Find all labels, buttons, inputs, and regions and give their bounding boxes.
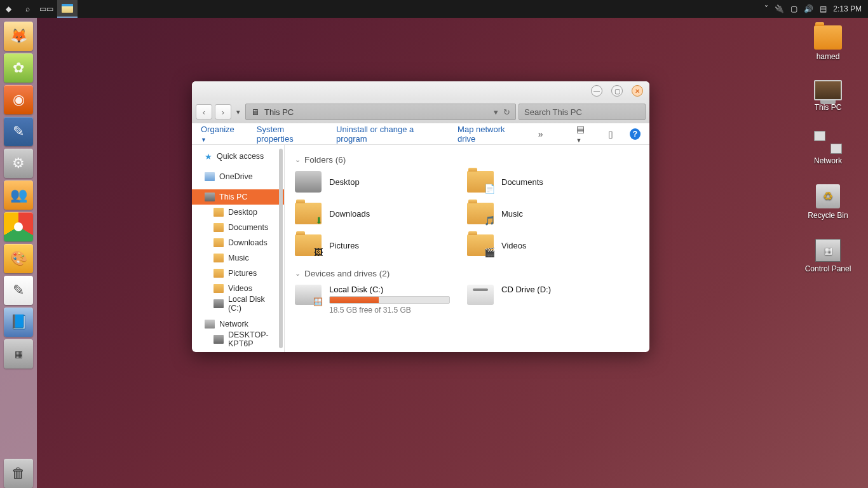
view-options-icon[interactable]: ▤ ▼ — [576, 124, 592, 144]
cmd-system-properties[interactable]: System properties — [257, 125, 320, 144]
launcher-office[interactable]: 📘 — [4, 308, 33, 337]
battery-icon[interactable]: ▢ — [790, 4, 797, 13]
maximize-button[interactable]: ▢ — [611, 85, 623, 97]
nav-local-disk[interactable]: Local Disk (C:) — [192, 296, 284, 311]
drive-d-label: CD Drive (D:) — [501, 285, 551, 294]
chevron-down-icon: ⌄ — [295, 156, 301, 164]
cmd-uninstall[interactable]: Uninstall or change a program — [336, 125, 441, 144]
nav-network[interactable]: Network — [192, 316, 284, 332]
cmd-map-drive[interactable]: Map network drive — [458, 125, 522, 144]
address-text: This PC — [264, 107, 294, 117]
overflow-icon[interactable]: » — [538, 129, 543, 139]
drives-group-header[interactable]: ⌄ Devices and drives (2) — [295, 269, 639, 278]
explorer-titlebar[interactable]: — ▢ ✕ — [192, 81, 649, 100]
nav-videos[interactable]: Videos — [192, 281, 284, 296]
minimize-button[interactable]: — — [591, 85, 602, 97]
desktop-cpanel-label: Control Panel — [805, 264, 851, 273]
folder-pictures[interactable]: 🖼Pictures — [295, 234, 467, 256]
notifications-icon[interactable]: ▤ — [820, 4, 827, 13]
address-field[interactable]: 🖥 This PC ▾ ↻ — [245, 104, 516, 120]
desktop-recycle-label: Recycle Bin — [808, 211, 848, 220]
star-icon: ★ — [205, 152, 212, 161]
search-field[interactable]: Search This PC — [519, 104, 646, 120]
pc-nav-icon — [205, 193, 215, 201]
chevron-down-icon: ⌄ — [295, 269, 301, 278]
launcher-chrome[interactable] — [4, 212, 33, 241]
desktop-recycle-bin[interactable]: ♻ Recycle Bin — [799, 184, 857, 220]
desktop-folder-icon — [295, 171, 322, 193]
launcher-palette[interactable]: 🎨 — [4, 244, 33, 273]
preview-pane-icon[interactable]: ▯ — [608, 129, 613, 139]
launcher-ubuntu[interactable]: ◉ — [4, 85, 33, 114]
help-icon[interactable]: ? — [630, 128, 641, 140]
close-button[interactable]: ✕ — [632, 85, 643, 97]
refresh-icon[interactable]: ↻ — [503, 107, 510, 117]
desktop-control-panel[interactable]: ▦ Control Panel — [799, 239, 857, 273]
nav-downloads[interactable]: Downloads — [192, 235, 284, 250]
launcher-contacts[interactable]: 👥 — [4, 180, 33, 210]
nav-pictures[interactable]: Pictures — [192, 266, 284, 281]
folder-icon — [214, 223, 224, 232]
launcher-firefox[interactable]: 🦊 — [4, 22, 33, 51]
start-icon[interactable]: ◆ — [0, 1, 17, 17]
recent-dropdown-icon[interactable]: ▾ — [234, 108, 243, 116]
launcher-app-green[interactable]: ✿ — [4, 53, 33, 83]
taskbar-explorer[interactable] — [57, 0, 78, 18]
hdd-icon: 🪟 — [295, 285, 322, 305]
folder-desktop[interactable]: Desktop — [295, 171, 467, 193]
power-icon[interactable]: 🔌 — [775, 4, 784, 13]
volume-icon[interactable]: 🔊 — [804, 4, 813, 13]
search-icon[interactable]: ⌕ — [19, 1, 36, 17]
launcher-trash[interactable]: 🗑 — [4, 459, 33, 488]
folder-music[interactable]: 🎵Music — [467, 203, 639, 224]
nav-music[interactable]: Music — [192, 250, 284, 266]
launcher: 🦊 ✿ ◉ ✎ ⚙ 👥 🎨 ✎ 📘 ▦ 🗑 — [0, 18, 37, 488]
desktop-network-label: Network — [814, 156, 842, 165]
desktop-network[interactable]: Network — [799, 131, 857, 165]
back-button[interactable]: ‹ — [196, 104, 212, 119]
nav-this-pc[interactable]: This PC — [192, 189, 284, 205]
desktop-home-folder[interactable]: hamed — [799, 25, 857, 61]
network-nav-icon — [205, 320, 215, 329]
folder-documents[interactable]: 📄Documents — [467, 171, 639, 193]
explorer-window: — ▢ ✕ ‹ › ▾ 🖥 This PC ▾ ↻ Search This PC… — [192, 81, 649, 352]
nav-desktop[interactable]: Desktop — [192, 205, 284, 220]
launcher-calculator[interactable]: ▦ — [4, 339, 33, 369]
onedrive-icon — [205, 172, 215, 181]
drive-c-usage-bar — [329, 296, 450, 304]
videos-folder-icon: 🎬 — [467, 234, 494, 256]
nav-network-host[interactable]: DESKTOP-KPT6P — [192, 332, 284, 347]
folder-videos[interactable]: 🎬Videos — [467, 234, 639, 256]
nav-documents[interactable]: Documents — [192, 220, 284, 235]
desktop-this-pc[interactable]: This PC — [799, 80, 857, 112]
nav-quick-access[interactable]: ★Quick access — [192, 149, 284, 164]
top-panel: ◆ ⌕ ▭▭ ˅ 🔌 ▢ 🔊 ▤ 2:13 PM — [0, 0, 868, 18]
desktop-pc-label: This PC — [815, 103, 842, 112]
recycle-icon: ♻ — [816, 184, 840, 208]
folder-downloads[interactable]: ⬇Downloads — [295, 203, 467, 224]
cmd-organize[interactable]: Organize ▼ — [201, 125, 240, 144]
explorer-command-bar: Organize ▼ System properties Uninstall o… — [192, 123, 649, 145]
home-folder-icon — [814, 25, 842, 50]
explorer-address-bar: ‹ › ▾ 🖥 This PC ▾ ↻ Search This PC — [192, 100, 649, 123]
address-dropdown-icon[interactable]: ▾ — [494, 107, 498, 117]
folders-group-header[interactable]: ⌄ Folders (6) — [295, 155, 639, 165]
nav-onedrive[interactable]: OneDrive — [192, 169, 284, 184]
forward-button[interactable]: › — [215, 104, 231, 119]
launcher-editor[interactable]: ✎ — [4, 117, 33, 146]
launcher-notes[interactable]: ✎ — [4, 276, 33, 305]
monitor-icon — [814, 80, 842, 100]
launcher-settings[interactable]: ⚙ — [4, 149, 33, 178]
explorer-nav-pane: ★Quick access OneDrive This PC Desktop D… — [192, 145, 285, 352]
disk-icon — [214, 299, 224, 308]
tray-chevron-icon[interactable]: ˅ — [764, 4, 768, 13]
drive-cd-d[interactable]: CD Drive (D:) — [467, 285, 639, 315]
drive-local-c[interactable]: 🪟 Local Disk (C:) 18.5 GB free of 31.5 G… — [295, 285, 467, 315]
folder-icon — [214, 269, 224, 278]
taskview-icon[interactable]: ▭▭ — [38, 1, 55, 17]
cpanel-icon: ▦ — [815, 239, 841, 262]
search-placeholder: Search This PC — [524, 107, 582, 117]
folder-icon — [214, 238, 224, 247]
clock[interactable]: 2:13 PM — [833, 4, 862, 13]
pc-icon: 🖥 — [251, 107, 259, 117]
